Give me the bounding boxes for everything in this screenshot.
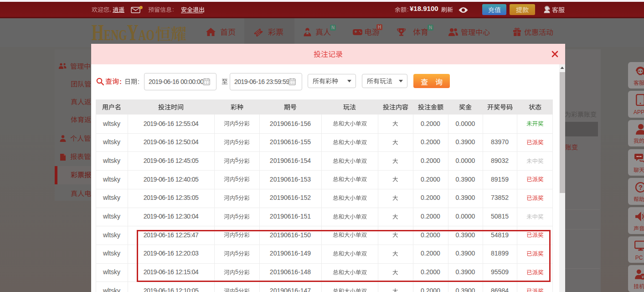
svg-text:?: ? bbox=[639, 184, 643, 191]
svg-text:¥: ¥ bbox=[641, 275, 644, 280]
